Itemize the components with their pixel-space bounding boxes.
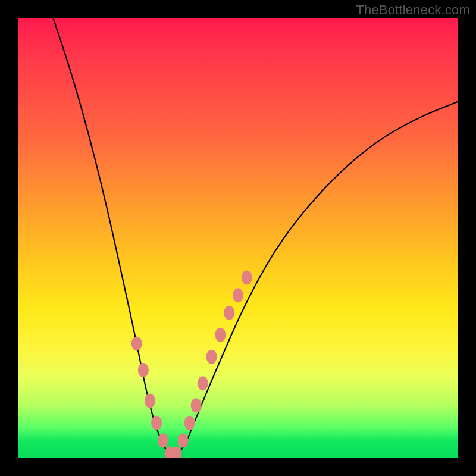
marker-point [233, 288, 243, 302]
marker-point [131, 337, 142, 351]
curve-svg [18, 18, 458, 458]
marker-point [206, 350, 217, 364]
marker-point [184, 416, 195, 430]
marker-point [138, 363, 149, 377]
marker-point [158, 433, 168, 447]
plot-area [18, 18, 458, 458]
marker-point [178, 433, 189, 447]
marker-point [198, 376, 208, 390]
marker-point [242, 271, 252, 285]
marker-point [151, 416, 162, 430]
marker-point [145, 394, 155, 408]
marker-point [191, 398, 202, 412]
attribution-text: TheBottleneck.com [356, 2, 470, 18]
bottleneck-curve-path [53, 18, 458, 456]
outer-frame: TheBottleneck.com [0, 0, 476, 476]
marker-point [215, 328, 226, 342]
marker-point [224, 306, 234, 320]
